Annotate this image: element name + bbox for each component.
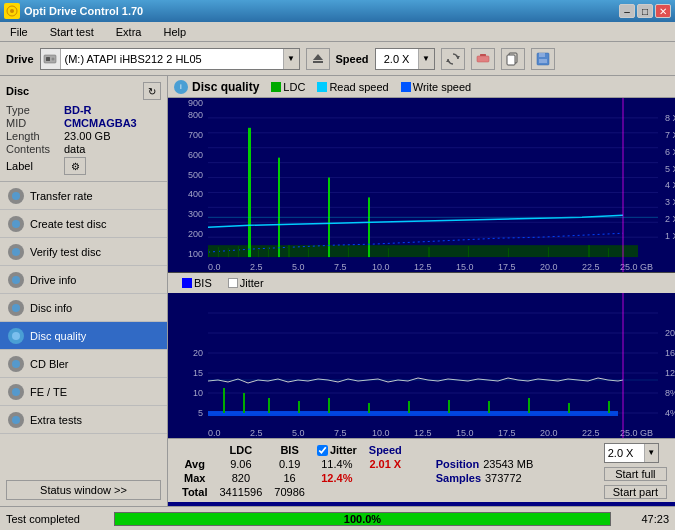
svg-text:4%: 4% [665,408,675,418]
refresh-button[interactable] [441,48,465,70]
disc-panel-title: Disc [6,85,29,97]
svg-rect-6 [313,61,323,63]
svg-text:8%: 8% [665,388,675,398]
menu-help[interactable]: Help [157,25,192,39]
svg-rect-76 [308,248,309,257]
disc-refresh-button[interactable]: ↻ [143,82,161,100]
disc-mid-value: CMCMAGBA3 [64,117,137,129]
svg-text:12%: 12% [665,368,675,378]
maximize-button[interactable]: □ [637,4,653,18]
svg-text:2.5: 2.5 [250,428,263,438]
nav-drive-info[interactable]: Drive info [0,266,167,294]
svg-rect-14 [539,53,545,57]
svg-point-4 [52,57,55,60]
svg-rect-64 [248,128,251,257]
disc-contents-label: Contents [6,143,64,155]
svg-text:900: 900 [188,98,203,108]
start-full-button[interactable]: Start full [604,467,667,481]
nav-label-verify-test-disc: Verify test disc [30,246,101,258]
start-part-button[interactable]: Start part [604,485,667,499]
nav-fe-te[interactable]: FE / TE [0,378,167,406]
speed-dropdown-arrow[interactable]: ▼ [418,49,434,69]
speed-select[interactable]: 2.0 X ▼ [375,48,435,70]
window-title: Opti Drive Control 1.70 [24,5,143,17]
svg-text:800: 800 [188,110,203,120]
nav-extra-tests[interactable]: Extra tests [0,406,167,434]
svg-text:22.5: 22.5 [582,428,600,438]
svg-rect-122 [488,401,490,413]
position-value: 23543 MB [483,458,533,470]
disc-type-label: Type [6,104,64,116]
legend-jitter-color [228,278,238,288]
nav-disc-quality[interactable]: Disc quality [0,322,167,350]
total-label: Total [176,485,213,499]
drive-select[interactable]: (M:) ATAPI iHBS212 2 HL05 ▼ [40,48,300,70]
start-speed-arrow[interactable]: ▼ [644,444,658,462]
samples-label: Samples [436,472,481,484]
total-ldc: 3411596 [213,485,268,499]
menu-start-test[interactable]: Start test [44,25,100,39]
nav-create-test-disc[interactable]: Create test disc [0,210,167,238]
svg-point-20 [12,304,20,312]
svg-text:15.0: 15.0 [456,428,474,438]
svg-text:25.0 GB: 25.0 GB [620,428,653,438]
position-label: Position [436,458,479,470]
svg-rect-3 [46,57,50,61]
svg-text:300: 300 [188,209,203,219]
svg-text:12.5: 12.5 [414,262,432,272]
svg-point-21 [12,332,20,340]
legend-jitter: Jitter [228,277,264,289]
stats-right-panel: Position 23543 MB Samples 373772 [436,443,596,498]
eject-button[interactable] [306,48,330,70]
disc-label-icon[interactable]: ⚙ [64,157,86,175]
disc-length-label: Length [6,130,64,142]
legend-ldc-color [271,82,281,92]
drive-dropdown-arrow[interactable]: ▼ [283,49,299,69]
svg-rect-78 [388,248,389,257]
svg-text:200: 200 [188,229,203,239]
content-area: i Disc quality LDC Read speed Write spee… [168,76,675,506]
drive-icon [41,49,61,69]
svg-text:12.5: 12.5 [414,428,432,438]
start-speed-select[interactable]: 2.0 X ▼ [604,443,659,463]
nav-icon-drive-info [8,272,24,288]
svg-text:600: 600 [188,150,203,160]
disc-length-value: 23.00 GB [64,130,110,142]
jitter-checkbox[interactable] [317,445,328,456]
svg-text:10.0: 10.0 [372,262,390,272]
svg-marker-8 [446,59,450,62]
app-icon [4,3,20,19]
status-window-button[interactable]: Status window >> [6,480,161,500]
svg-text:16%: 16% [665,348,675,358]
erase-button[interactable] [471,48,495,70]
svg-text:7.5: 7.5 [334,428,347,438]
legend-write-label: Write speed [413,81,472,93]
svg-text:10.0: 10.0 [372,428,390,438]
menu-extra[interactable]: Extra [110,25,148,39]
svg-point-18 [12,248,20,256]
menu-file[interactable]: File [4,25,34,39]
svg-text:700: 700 [188,130,203,140]
svg-rect-82 [548,247,549,257]
svg-rect-81 [508,248,509,257]
svg-rect-83 [588,245,590,257]
save-button[interactable] [531,48,555,70]
svg-rect-10 [480,54,486,56]
svg-rect-63 [208,245,638,257]
svg-rect-74 [268,247,269,257]
svg-rect-72 [238,246,239,257]
svg-text:1 X: 1 X [665,231,675,241]
nav-transfer-rate[interactable]: Transfer rate [0,182,167,210]
max-bis: 16 [268,471,311,485]
minimize-button[interactable]: – [619,4,635,18]
copy-button[interactable] [501,48,525,70]
close-button[interactable]: ✕ [655,4,671,18]
col-header-ldc: LDC [213,443,268,457]
legend-jitter-label: Jitter [240,277,264,289]
nav-verify-test-disc[interactable]: Verify test disc [0,238,167,266]
nav-cd-bler[interactable]: CD Bler [0,350,167,378]
nav-disc-info[interactable]: Disc info [0,294,167,322]
svg-text:100: 100 [188,249,203,259]
svg-text:6 X: 6 X [665,147,675,157]
legend-bis: BIS [182,277,212,289]
